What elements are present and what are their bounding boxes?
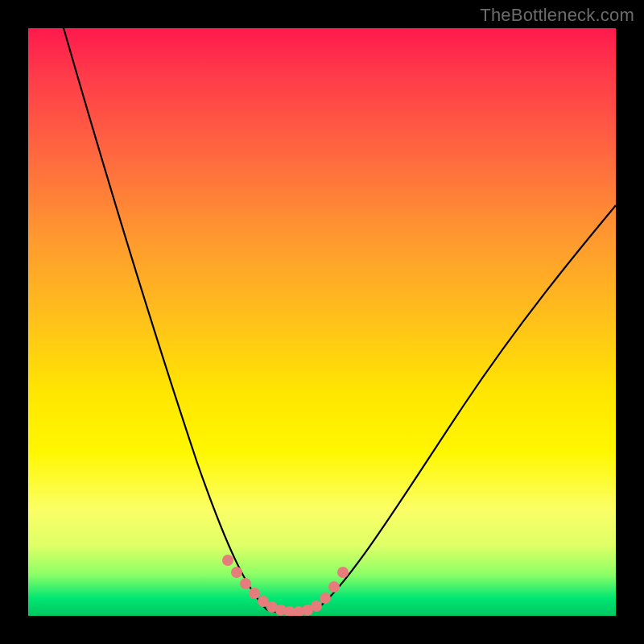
bottleneck-curve xyxy=(28,28,616,616)
svg-point-2 xyxy=(240,578,251,589)
svg-point-3 xyxy=(249,588,260,599)
curve-left xyxy=(64,28,266,609)
curve-right xyxy=(316,205,616,609)
plot-area xyxy=(28,28,616,616)
svg-point-13 xyxy=(337,567,349,578)
svg-point-11 xyxy=(320,592,331,604)
svg-point-1 xyxy=(231,567,242,578)
svg-point-0 xyxy=(222,555,233,566)
chart-frame: TheBottleneck.com xyxy=(0,0,644,644)
svg-point-12 xyxy=(328,581,340,592)
watermark-text: TheBottleneck.com xyxy=(480,5,634,26)
svg-point-10 xyxy=(311,601,322,612)
valley-marker-cluster xyxy=(222,555,349,616)
